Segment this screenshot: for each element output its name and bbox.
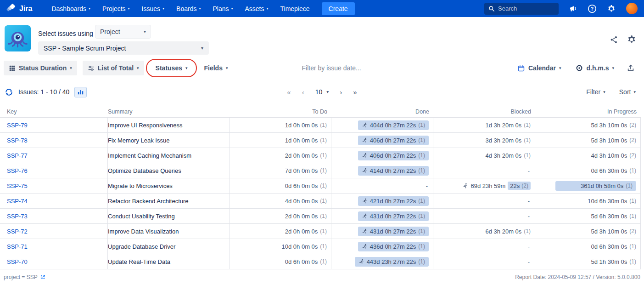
runner-icon <box>462 183 468 189</box>
clock-icon <box>576 64 583 72</box>
nav-item-dashboards[interactable]: Dashboards▾ <box>51 5 90 12</box>
issue-key-cell: SSP-78 <box>0 133 108 148</box>
column-header-blocked: Blocked <box>433 106 535 117</box>
issue-key-link[interactable]: SSP-74 <box>7 198 28 205</box>
pagination-left: Issues: 1 - 10 / 40 <box>5 84 87 100</box>
last-page-button[interactable]: » <box>353 89 357 96</box>
issue-key-link[interactable]: SSP-79 <box>7 122 28 129</box>
duration-cell: 431d 0h 27m 22s(1) <box>331 224 433 239</box>
fields-dropdown[interactable]: Fields ▾ <box>199 61 233 75</box>
runner-icon <box>358 259 364 265</box>
time-format-dropdown[interactable]: d.h.m.s ▾ <box>571 61 619 75</box>
first-page-button[interactable]: « <box>287 89 291 96</box>
chevron-down-icon: ▾ <box>612 66 614 70</box>
calendar-dropdown[interactable]: Calendar ▾ <box>512 61 566 75</box>
previous-page-button[interactable]: ‹ <box>302 89 304 96</box>
filter-button[interactable]: Filter ▾ <box>586 88 605 96</box>
user-avatar[interactable] <box>626 3 638 14</box>
issue-key-link[interactable]: SSP-78 <box>7 137 28 144</box>
runner-icon <box>362 198 368 204</box>
summary-cell: Fix Memory Leak Issue <box>108 133 230 148</box>
next-page-button[interactable]: › <box>340 89 342 96</box>
bar-chart-icon <box>77 89 85 95</box>
svg-text:?: ? <box>591 6 594 11</box>
calendar-label: Calendar <box>528 64 556 72</box>
issue-date-filter-input[interactable] <box>302 64 409 72</box>
settings-gear-icon[interactable] <box>607 4 616 13</box>
empty-duration: - <box>528 198 531 205</box>
external-link-icon[interactable] <box>40 274 45 280</box>
sort-label: Sort <box>619 88 631 96</box>
nav-item-label: Dashboards <box>51 5 86 12</box>
chevron-down-icon: ▾ <box>89 7 90 11</box>
announcements-icon[interactable] <box>569 4 577 13</box>
issue-key-link[interactable]: SSP-77 <box>7 152 28 159</box>
nav-item-timepiece[interactable]: Timepiece <box>280 5 310 12</box>
summary-cell: Implement Caching Mechanism <box>108 148 230 163</box>
issue-key-link[interactable]: SSP-73 <box>7 213 28 220</box>
table-row: SSP-73Conduct Usability Testing2d 0h 0m … <box>0 209 641 224</box>
global-search[interactable] <box>484 3 559 15</box>
issue-table: KeySummaryTo DoDoneBlockedIn Progress SS… <box>0 106 641 269</box>
report-type-label: Status Duration <box>19 64 67 72</box>
duration-cell: 2d 0h 0m 0s(1) <box>230 224 331 239</box>
sort-button[interactable]: Sort ▾ <box>619 88 636 96</box>
column-header-in-progress: In Progress <box>535 106 641 117</box>
nav-item-label: Boards <box>176 5 196 12</box>
nav-item-issues[interactable]: Issues▾ <box>142 5 164 12</box>
issue-key-cell: SSP-74 <box>0 194 108 209</box>
duration-cell: 1d 0h 0m 0s(1) <box>230 133 331 148</box>
issue-source-value: Project <box>100 28 120 35</box>
share-icon[interactable] <box>610 35 618 44</box>
duration-cell: 443d 23h 27m 22s(1) <box>331 254 433 269</box>
nav-item-boards[interactable]: Boards▾ <box>176 5 201 12</box>
duration-cell: 10d 0h 0m 0s(1) <box>230 239 331 254</box>
pagination-right: Filter ▾ Sort ▾ <box>586 84 636 100</box>
report-settings-gear-icon[interactable] <box>627 34 637 45</box>
issue-key-cell: SSP-70 <box>0 254 108 269</box>
issue-key-link[interactable]: SSP-76 <box>7 167 28 174</box>
jql-query: project = SSP <box>4 274 45 280</box>
export-icon[interactable] <box>624 61 638 75</box>
jira-home-link[interactable]: Jira <box>6 4 32 13</box>
statuses-dropdown[interactable]: Statuses ▾ <box>151 61 193 75</box>
duration-cell: 431d 0h 27m 22s(1) <box>331 209 433 224</box>
table-row: SSP-72Improve Data Visualization2d 0h 0m… <box>0 224 641 239</box>
issue-key-link[interactable]: SSP-70 <box>7 258 28 265</box>
report-type-dropdown[interactable]: Status Duration ▾ <box>4 61 77 75</box>
duration-cell: 0d 6h 30m 0s(1) <box>535 239 641 254</box>
nav-item-assets[interactable]: Assets▾ <box>245 5 268 12</box>
duration-cell: 10d 6h 30m 0s(1) <box>535 194 641 209</box>
chevron-down-icon: ▾ <box>226 66 228 70</box>
project-avatar <box>5 25 31 51</box>
issue-key-link[interactable]: SSP-75 <box>7 182 28 189</box>
duration-cell: 7d 0h 0m 0s(1) <box>230 163 331 178</box>
table-header-row: KeySummaryTo DoDoneBlockedIn Progress <box>0 106 641 118</box>
duration-cell: 5d 3h 10m 0s(2) <box>535 224 641 239</box>
runner-icon <box>362 228 368 234</box>
issue-key-link[interactable]: SSP-72 <box>7 228 28 235</box>
nav-right-cluster: ? <box>484 3 638 15</box>
page-size-select[interactable]: 10 ▾ <box>315 88 329 96</box>
chart-view-button[interactable] <box>74 87 87 97</box>
create-button[interactable]: Create <box>322 2 355 15</box>
chevron-down-icon: ▾ <box>144 29 146 34</box>
nav-item-projects[interactable]: Projects▾ <box>102 5 130 12</box>
help-icon[interactable]: ? <box>588 4 597 13</box>
list-type-dropdown[interactable]: List of Total ▾ <box>83 61 144 75</box>
issue-source-select[interactable]: Project ▾ <box>95 25 151 39</box>
nav-item-plans[interactable]: Plans▾ <box>213 5 233 12</box>
nav-item-label: Plans <box>213 5 229 12</box>
issue-key-link[interactable]: SSP-71 <box>7 243 28 250</box>
calendar-icon <box>517 64 525 72</box>
empty-duration: - <box>528 213 531 220</box>
search-input[interactable] <box>498 5 553 12</box>
chevron-down-icon: ▾ <box>201 46 203 51</box>
project-select[interactable]: SSP - Sample Scrum Project ▾ <box>38 41 209 55</box>
chevron-down-icon: ▾ <box>633 90 636 94</box>
refresh-icon[interactable] <box>5 88 13 97</box>
runner-icon <box>362 122 368 128</box>
summary-cell: Upgrade Database Driver <box>108 239 230 254</box>
table-row: SSP-76Optimize Database Queries7d 0h 0m … <box>0 163 641 178</box>
report-meta: Report Date: 2024-05-09 12:57 / Version:… <box>515 274 640 280</box>
